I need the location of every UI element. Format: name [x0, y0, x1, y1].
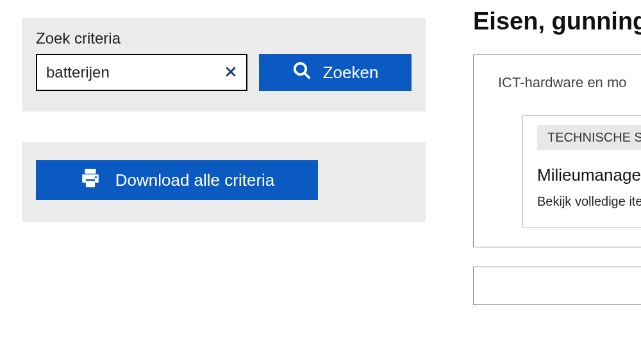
search-icon [292, 61, 312, 85]
tag-row: TECHNISCHE SP [523, 116, 641, 159]
download-panel: Download alle criteria [22, 142, 426, 222]
result-item-card: TECHNISCHE SP Milieumanagem Bekijk volle… [522, 115, 641, 228]
search-sidebar: Zoek criteria [22, 18, 426, 222]
svg-line-3 [304, 72, 309, 78]
clear-search-button[interactable] [219, 61, 242, 84]
item-view-link[interactable]: Bekijk volledige item [523, 189, 641, 227]
download-button-label: Download alle criteria [115, 170, 275, 190]
svg-rect-4 [85, 169, 96, 173]
item-tag: TECHNISCHE SP [537, 125, 641, 150]
result-card: ICT-hardware en mo TECHNISCHE SP Milieum… [473, 54, 641, 247]
result-card [473, 267, 641, 305]
search-input-wrap [36, 54, 247, 91]
search-input[interactable] [36, 54, 247, 91]
search-label: Zoek criteria [36, 29, 412, 47]
page-title: Eisen, gunnings [473, 8, 641, 35]
search-row: Zoeken [36, 54, 412, 91]
svg-point-6 [95, 176, 97, 178]
search-panel: Zoek criteria [22, 18, 426, 112]
search-button[interactable]: Zoeken [259, 54, 412, 91]
results-column: Eisen, gunnings ICT-hardware en mo TECHN… [473, 8, 641, 305]
category-label: ICT-hardware en mo [498, 74, 641, 91]
item-title: Milieumanagem [523, 159, 641, 189]
svg-rect-5 [86, 181, 95, 187]
search-button-label: Zoeken [323, 63, 379, 83]
close-icon [224, 65, 237, 80]
print-icon [79, 167, 101, 194]
download-button[interactable]: Download alle criteria [36, 160, 318, 200]
